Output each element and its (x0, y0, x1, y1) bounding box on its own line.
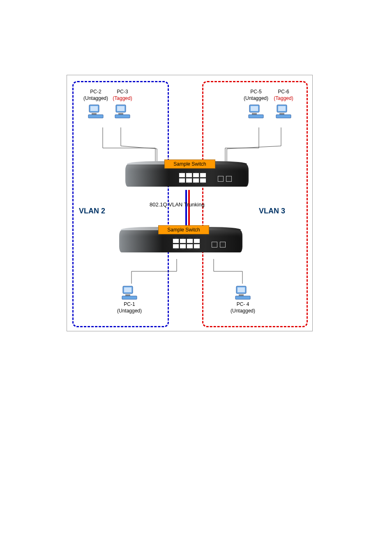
switch-top: Sample Switch (125, 161, 253, 190)
svg-rect-12 (252, 113, 257, 115)
svg-rect-17 (276, 115, 291, 118)
pc-1-tag: (Untagged) (113, 308, 145, 314)
svg-rect-21 (122, 296, 137, 299)
pc-6-name: PC-6 (271, 89, 296, 95)
svg-rect-9 (115, 115, 130, 118)
pc-3-name: PC-3 (110, 89, 135, 95)
switch-bottom-label: Sample Switch (158, 225, 209, 234)
switch-top-label: Sample Switch (164, 160, 215, 169)
pc-6: PC-6 (Tagged) (271, 89, 296, 120)
pc-1: PC-1 (Untagged) (113, 283, 145, 314)
svg-rect-11 (251, 106, 258, 111)
pc-icon (248, 104, 264, 119)
svg-rect-8 (118, 113, 123, 115)
pc-5-name: PC-5 (243, 89, 269, 95)
pc-4: PC- 4 (Untagged) (227, 283, 259, 314)
svg-rect-16 (279, 113, 284, 115)
svg-rect-15 (278, 106, 286, 111)
pc-icon (88, 104, 104, 119)
switch-ports (179, 173, 208, 183)
switch-bottom: Sample Switch (119, 227, 247, 256)
pc-3-tag: (Tagged) (110, 95, 135, 102)
pc-icon (275, 104, 292, 119)
svg-rect-19 (124, 287, 131, 292)
pc-6-tag: (Tagged) (271, 95, 296, 102)
switch-leds (212, 242, 226, 247)
svg-rect-20 (125, 294, 130, 296)
svg-rect-3 (90, 106, 98, 111)
switch-leds (218, 176, 232, 182)
pc-5-tag: (Untagged) (243, 95, 269, 102)
svg-rect-24 (239, 294, 244, 296)
trunk-label: 802.1Q VLAN Trunking (150, 201, 205, 208)
svg-rect-7 (117, 106, 125, 111)
pc-2-name: PC-2 (83, 89, 108, 95)
svg-rect-4 (92, 113, 97, 115)
svg-rect-5 (88, 115, 103, 118)
svg-rect-23 (238, 287, 245, 292)
pc-1-name: PC-1 (113, 301, 145, 308)
pc-5: PC-5 (Untagged) (243, 89, 269, 120)
svg-rect-13 (249, 115, 263, 118)
svg-rect-25 (235, 296, 250, 299)
pc-4-name: PC- 4 (227, 301, 259, 308)
pc-3: PC-3 (Tagged) (110, 89, 135, 120)
pc-icon (114, 104, 131, 119)
pc-icon (121, 285, 138, 300)
pc-2: PC-2 (Untagged) (83, 89, 108, 120)
pc-2-tag: (Untagged) (83, 95, 108, 102)
pc-4-tag: (Untagged) (227, 308, 259, 314)
vlan-2-label: VLAN 2 (79, 207, 105, 215)
vlan-3-label: VLAN 3 (259, 207, 285, 215)
pc-icon (235, 285, 251, 300)
diagram-canvas: VLAN 2 VLAN 3 802.1Q VLAN Trunking PC-2 … (0, 0, 392, 555)
switch-ports (173, 238, 201, 248)
